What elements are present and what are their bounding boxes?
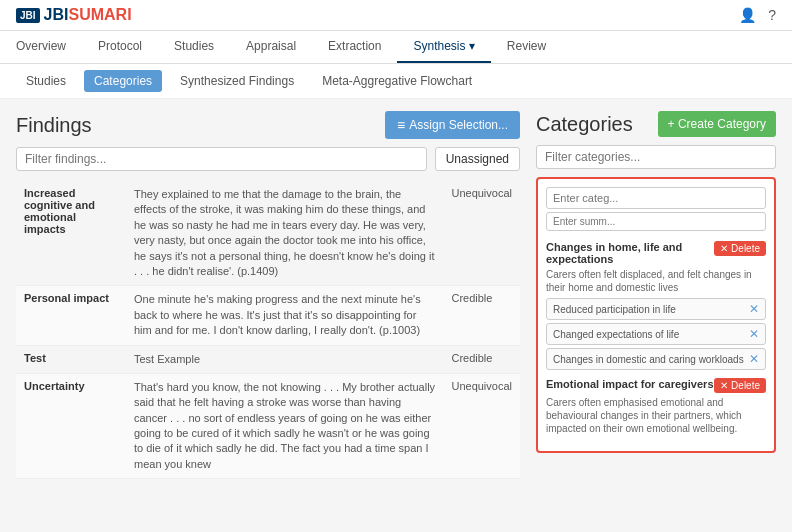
table-row: Uncertainty That's hard you know, the no…	[16, 373, 520, 478]
category-description: Carers often emphasised emotional and be…	[546, 396, 766, 435]
finding-text: One minute he's making progress and the …	[134, 293, 421, 336]
new-category-form	[546, 187, 766, 231]
header: JBI JBISUMARI 👤 ?	[0, 0, 792, 31]
table-row: Personal impact One minute he's making p…	[16, 286, 520, 345]
categories-section: Categories Create Category Changes in ho…	[536, 111, 776, 479]
sub-nav: Studies Categories Synthesized Findings …	[0, 64, 792, 99]
categories-title: Categories	[536, 113, 633, 136]
category-item-header: Emotional impact for caregivers Delete	[546, 378, 766, 393]
category-item: Changes in home, life and expectations D…	[546, 241, 766, 370]
category-sub-item: Reduced participation in life ✕	[546, 298, 766, 320]
sub-item-label: Changes in domestic and caring workloads	[553, 354, 744, 365]
category-name: Emotional impact for caregivers	[546, 378, 714, 390]
credibility-badge: Credible	[451, 352, 492, 364]
credibility-badge: Unequivocal	[451, 380, 512, 392]
remove-sub-item-button[interactable]: ✕	[749, 302, 759, 316]
finding-text: That's hard you know, the not knowing . …	[134, 381, 435, 470]
finding-name: Test	[24, 352, 46, 364]
remove-sub-item-button[interactable]: ✕	[749, 327, 759, 341]
user-icon[interactable]: 👤	[739, 7, 756, 23]
logo-jbi: JBI	[16, 8, 40, 23]
nav-appraisal[interactable]: Appraisal	[230, 31, 312, 63]
table-row: Increased cognitive and emotional impact…	[16, 181, 520, 286]
sub-item-label: Changed expectations of life	[553, 329, 679, 340]
assign-selection-button[interactable]: Assign Selection...	[385, 111, 520, 139]
nav-overview[interactable]: Overview	[0, 31, 82, 63]
logo-highlight: SUMARI	[68, 6, 131, 23]
subtab-categories[interactable]: Categories	[84, 70, 162, 92]
subtab-meta-aggregative[interactable]: Meta-Aggregative Flowchart	[312, 70, 482, 92]
sub-item-label: Reduced participation in life	[553, 304, 676, 315]
new-category-summary-input[interactable]	[546, 212, 766, 231]
subtab-studies[interactable]: Studies	[16, 70, 76, 92]
category-panel: Changes in home, life and expectations D…	[536, 177, 776, 453]
create-category-button[interactable]: Create Category	[658, 111, 776, 137]
finding-name: Increased cognitive and emotional impact…	[24, 187, 95, 235]
nav-review[interactable]: Review	[491, 31, 562, 63]
logo: JBI JBISUMARI	[16, 6, 132, 24]
finding-text: Test Example	[134, 353, 200, 365]
categories-header: Categories Create Category	[536, 111, 776, 137]
credibility-badge: Credible	[451, 292, 492, 304]
category-item-header: Changes in home, life and expectations D…	[546, 241, 766, 265]
category-description: Carers often felt displaced, and felt ch…	[546, 268, 766, 294]
category-sub-item: Changes in domestic and caring workloads…	[546, 348, 766, 370]
main-nav: Overview Protocol Studies Appraisal Extr…	[0, 31, 792, 64]
remove-sub-item-button[interactable]: ✕	[749, 352, 759, 366]
new-category-name-input[interactable]	[546, 187, 766, 209]
category-name: Changes in home, life and expectations	[546, 241, 714, 265]
finding-name: Uncertainty	[24, 380, 85, 392]
nav-extraction[interactable]: Extraction	[312, 31, 397, 63]
main-content: Findings Assign Selection... Unassigned …	[0, 99, 792, 491]
finding-text: They explained to me that the damage to …	[134, 188, 434, 277]
findings-title: Findings	[16, 114, 92, 137]
nav-synthesis[interactable]: Synthesis	[397, 31, 490, 63]
delete-category-button[interactable]: Delete	[714, 378, 766, 393]
findings-section: Findings Assign Selection... Unassigned …	[16, 111, 520, 479]
categories-filter-input[interactable]	[536, 145, 776, 169]
category-sub-item: Changed expectations of life ✕	[546, 323, 766, 345]
credibility-badge: Unequivocal	[451, 187, 512, 199]
findings-filter-row: Unassigned	[16, 147, 520, 171]
unassigned-button[interactable]: Unassigned	[435, 147, 520, 171]
subtab-synthesized-findings[interactable]: Synthesized Findings	[170, 70, 304, 92]
nav-protocol[interactable]: Protocol	[82, 31, 158, 63]
findings-filter-input[interactable]	[16, 147, 427, 171]
category-item: Emotional impact for caregivers Delete C…	[546, 378, 766, 435]
help-icon[interactable]: ?	[768, 7, 776, 23]
header-icons: 👤 ?	[739, 7, 776, 23]
logo-text: JBISUMARI	[44, 6, 132, 24]
nav-studies[interactable]: Studies	[158, 31, 230, 63]
findings-header: Findings Assign Selection...	[16, 111, 520, 139]
findings-table: Increased cognitive and emotional impact…	[16, 181, 520, 479]
table-row: Test Test Example Credible	[16, 345, 520, 373]
delete-category-button[interactable]: Delete	[714, 241, 766, 256]
finding-name: Personal impact	[24, 292, 109, 304]
